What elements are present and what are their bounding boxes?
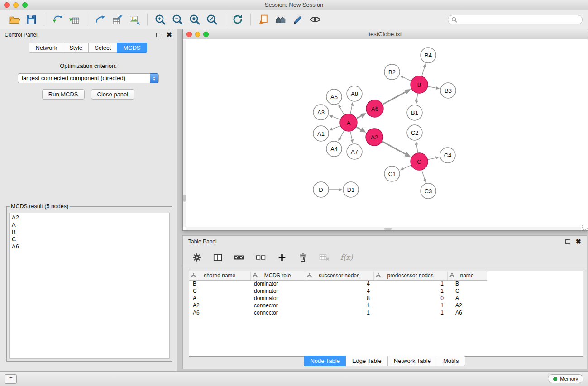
- search-input[interactable]: [459, 16, 579, 23]
- node-table-row[interactable]: Bdominator41B: [189, 280, 583, 287]
- tab-edge-table[interactable]: Edge Table: [346, 356, 388, 366]
- node-table-cell[interactable]: 1: [305, 309, 373, 316]
- node-table-cell[interactable]: 4: [305, 280, 373, 287]
- graph-edge-A-A6[interactable]: [357, 116, 361, 119]
- tab-network[interactable]: Network: [29, 43, 63, 53]
- node-table-cell[interactable]: C: [189, 287, 250, 295]
- zoom-window-button[interactable]: [22, 2, 28, 8]
- close-mcds-panel-button[interactable]: Close panel: [91, 89, 135, 100]
- resize-grip[interactable]: [582, 224, 588, 230]
- refresh-view-button[interactable]: [230, 12, 245, 27]
- node-table-cell[interactable]: 8: [305, 295, 373, 302]
- show-hide-details-button[interactable]: [307, 12, 323, 27]
- node-table-cell[interactable]: A2: [447, 302, 487, 309]
- table-settings-button[interactable]: [192, 253, 202, 262]
- node-table-row[interactable]: A6connector11A6: [189, 309, 583, 316]
- graph-edge-A-A8[interactable]: [350, 105, 352, 114]
- network-minimize-button[interactable]: [195, 32, 201, 37]
- node-table-cell[interactable]: dominator: [250, 287, 305, 295]
- network-graph[interactable]: B4B2BB3A5A8A6A3B1AC2A1A2A4A7C4CC1DD1C3: [183, 40, 588, 230]
- float-panel-button[interactable]: [156, 33, 161, 37]
- node-table-cell[interactable]: C: [447, 287, 487, 295]
- node-table-cell[interactable]: B: [189, 280, 250, 287]
- add-column-button[interactable]: [277, 253, 287, 262]
- graph-edge-C-C4[interactable]: [428, 158, 436, 160]
- node-table-cell[interactable]: connector: [250, 302, 305, 309]
- network-canvas[interactable]: B4B2BB3A5A8A6A3B1AC2A1A2A4A7C4CC1DD1C3: [183, 40, 588, 230]
- minimize-window-button[interactable]: [13, 2, 19, 8]
- close-panel-button[interactable]: ✖: [166, 32, 172, 38]
- graph-edge-A-A5[interactable]: [340, 108, 344, 115]
- node-table-cell[interactable]: dominator: [250, 295, 305, 302]
- node-table-cell[interactable]: 1: [373, 302, 447, 309]
- tab-select[interactable]: Select: [88, 43, 117, 53]
- import-network-button[interactable]: [49, 12, 65, 27]
- open-session-button[interactable]: [6, 12, 22, 27]
- mcds-result-item[interactable]: A: [12, 221, 167, 229]
- select-all-button[interactable]: [234, 252, 244, 263]
- graph-edge-A-A1[interactable]: [332, 126, 340, 129]
- horizontal-scrollbar-track[interactable]: [186, 227, 581, 230]
- graph-edge-A2-C[interactable]: [382, 142, 406, 154]
- tab-node-table[interactable]: Node Table: [304, 356, 346, 366]
- show-column-button[interactable]: [213, 253, 223, 262]
- node-table-cell[interactable]: A: [447, 295, 487, 302]
- graph-edge-A-A7[interactable]: [350, 132, 352, 140]
- node-table-row[interactable]: A2connector11A2: [189, 302, 583, 309]
- column-header-successor-nodes[interactable]: successor nodes: [305, 271, 373, 280]
- criterion-select[interactable]: largest connected component (directed) ▲…: [18, 73, 159, 83]
- graph-edge-A-A2[interactable]: [356, 127, 361, 130]
- mcds-result-item[interactable]: A2: [12, 214, 167, 221]
- mcds-result-list[interactable]: A2ABCA6: [9, 213, 170, 359]
- task-history-button[interactable]: ≡: [5, 374, 17, 384]
- close-table-panel-button[interactable]: ✖: [575, 239, 581, 244]
- vertical-scrollbar-track[interactable]: [183, 40, 186, 227]
- node-table-cell[interactable]: connector: [250, 309, 305, 316]
- graph-edge-A-A3[interactable]: [332, 117, 340, 119]
- node-table-cell[interactable]: 0: [373, 295, 447, 302]
- tab-mcds[interactable]: MCDS: [117, 43, 147, 53]
- zoom-selected-button[interactable]: [204, 12, 220, 27]
- float-table-panel-button[interactable]: [565, 239, 570, 244]
- node-table-cell[interactable]: B: [447, 280, 487, 287]
- vertical-scrollbar-thumb[interactable]: [183, 195, 186, 202]
- graph-edge-B-B4[interactable]: [422, 67, 425, 76]
- save-session-button[interactable]: [24, 12, 39, 27]
- node-table-row[interactable]: Adominator80A: [189, 295, 583, 302]
- export-image-button[interactable]: [127, 12, 142, 27]
- node-table-cell[interactable]: 1: [373, 287, 447, 295]
- column-header-name[interactable]: name: [447, 271, 487, 280]
- column-header-shared-name[interactable]: shared name: [189, 271, 250, 280]
- graph-edge-B-B1[interactable]: [416, 94, 418, 101]
- run-mcds-button[interactable]: Run MCDS: [42, 89, 85, 100]
- graph-edge-C-C2[interactable]: [416, 145, 418, 153]
- node-table-cell[interactable]: 4: [305, 287, 373, 295]
- graph-edge-B-B2[interactable]: [403, 77, 411, 81]
- node-table-cell[interactable]: A2: [189, 302, 250, 309]
- deselect-all-button[interactable]: [255, 252, 266, 263]
- graph-edge-B-B3[interactable]: [428, 86, 436, 88]
- horizontal-scrollbar-thumb[interactable]: [384, 228, 392, 230]
- delete-column-button[interactable]: [298, 253, 308, 262]
- export-table-button[interactable]: [110, 12, 125, 27]
- mcds-result-item[interactable]: A6: [12, 243, 167, 250]
- node-table-cell[interactable]: A6: [447, 309, 487, 316]
- memory-button[interactable]: Memory: [548, 374, 583, 383]
- delete-table-button[interactable]: [319, 252, 330, 263]
- network-overview-button[interactable]: [273, 12, 288, 27]
- graph-edge-A-A4[interactable]: [340, 131, 344, 138]
- column-header-predecessor-nodes[interactable]: predecessor nodes: [373, 271, 447, 280]
- column-header-mcds-role[interactable]: MCDS role: [250, 271, 305, 280]
- zoom-fit-button[interactable]: [187, 12, 202, 27]
- graph-edge-A6-B[interactable]: [383, 92, 406, 104]
- function-builder-button[interactable]: f(x): [340, 253, 353, 262]
- node-table-cell[interactable]: A6: [189, 309, 250, 316]
- tab-style[interactable]: Style: [63, 43, 89, 53]
- mcds-result-item[interactable]: B: [12, 229, 167, 236]
- graph-edge-C-C3[interactable]: [422, 170, 425, 179]
- tab-motifs[interactable]: Motifs: [437, 356, 465, 366]
- zoom-in-button[interactable]: [153, 12, 168, 27]
- import-table-button[interactable]: [67, 12, 82, 27]
- graphics-details-button[interactable]: [290, 12, 306, 27]
- zoom-out-button[interactable]: [170, 12, 185, 27]
